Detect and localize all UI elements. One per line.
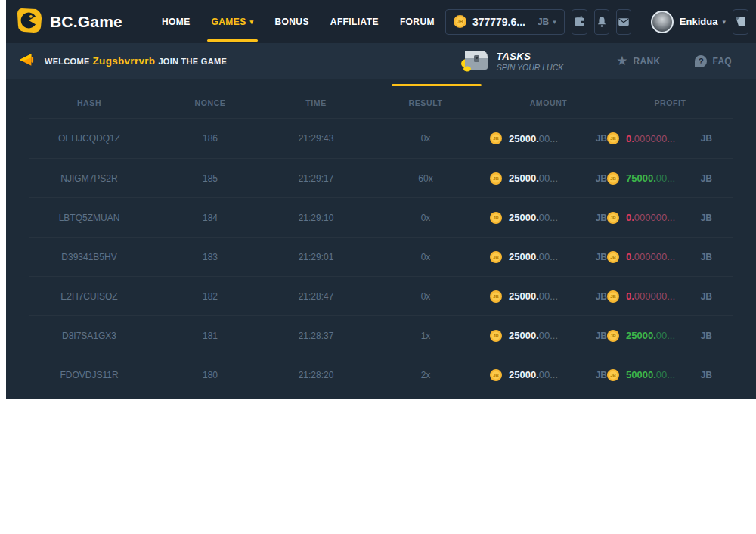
coin-icon: JB [490,251,502,263]
table-row[interactable]: NJIGM7PS2R 185 21:29:17 60x JB 25000.00.… [29,158,733,197]
bet-hash: D39341B5HV [29,252,150,262]
bet-time: 21:29:43 [271,133,361,144]
table-header: HASH NONCE TIME RESULT AMOUNT PROFIT [29,79,733,119]
question-mark-icon: ? [695,55,707,67]
profit-value: 50000.00... [626,369,675,380]
amount-value: 25000.00... [509,172,558,184]
bet-time: 21:28:20 [271,370,361,380]
nav-affiliate[interactable]: AFFILIATE [320,0,389,43]
bet-profit: JB 75000.00... JB [607,172,733,185]
bet-profit: JB 0.000000... JB [607,132,733,144]
bet-hash: FDOVDJS11R [29,370,150,380]
main-nav: HOME GAMES ▾ BONUS AFFILIATE FORUM [151,0,445,43]
tasks-widget[interactable]: TASKS SPIN YOUR LUCK [459,47,564,76]
user-menu[interactable]: Enkidua ▾ [651,11,726,33]
table-row[interactable]: FDOVDJS11R 180 21:28:20 2x JB 25000.00..… [29,355,733,394]
bet-nonce: 186 [150,133,271,144]
nav-bonus[interactable]: BONUS [264,0,319,43]
bet-amount: JB 25000.00... JB [490,212,607,224]
amount-value: 25000.00... [509,212,558,223]
svg-text:JB: JB [610,294,616,299]
bet-amount: JB 25000.00... JB [490,330,607,342]
bet-hash: D8I7SA1GX3 [29,331,150,341]
chat-icon [733,14,748,29]
chevron-down-icon: ▾ [250,18,254,26]
coin-icon: JB [607,212,619,224]
chat-button[interactable] [733,9,748,35]
bet-nonce: 180 [150,370,271,380]
table-row[interactable]: E2H7CUISOZ 182 21:28:47 0x JB 25000.00..… [29,276,733,315]
bet-time: 21:29:01 [271,252,361,262]
bet-nonce: 182 [150,291,271,302]
coin-icon: JB [607,290,619,303]
svg-text:JB: JB [493,216,499,220]
table-row[interactable]: OEHJCQDQ1Z 186 21:29:43 0x JB 25000.00..… [29,119,733,158]
col-hash: HASH [29,98,150,107]
profit-value: 0.000000... [626,133,675,144]
bet-amount: JB 25000.00... JB [490,369,607,381]
coin-icon: JB [607,132,619,144]
bet-profit: JB 0.000000... JB [607,212,733,224]
coin-icon: JB [607,172,619,185]
welcome-banner: WELCOMEZugsbvrrvrbJOIN THE GAME TASKS SP… [6,43,756,79]
bet-amount: JB 25000.00... JB [490,132,607,144]
amount-value: 25000.00... [509,330,558,341]
username: Enkidua [680,16,718,27]
svg-text:JB: JB [610,334,616,338]
bet-result: 2x [361,370,490,380]
bet-profit: JB 0.000000... JB [607,290,733,303]
coin-icon: JB [607,369,619,381]
nav-home[interactable]: HOME [151,0,201,43]
faq-link[interactable]: ? FAQ [695,55,732,67]
svg-text:JB: JB [493,294,499,299]
bet-hash: OEHJCQDQ1Z [29,133,150,144]
megaphone-icon [18,52,35,70]
welcome-username: Zugsbvrrvrb [93,55,156,67]
balance-selector[interactable]: JB 377779.6... JB ▾ [445,9,565,35]
svg-text:JB: JB [610,373,616,377]
wallet-button[interactable] [572,9,587,35]
bet-time: 21:28:47 [271,291,361,302]
table-row[interactable]: D39341B5HV 183 21:29:01 0x JB 25000.00..… [29,237,733,276]
col-time: TIME [271,98,361,107]
star-icon: ★ [616,53,627,69]
coin-icon: JB [490,330,502,342]
bet-result: 0x [361,213,490,223]
table-row[interactable]: LBTQ5ZMUAN 184 21:29:10 0x JB 25000.00..… [29,197,733,237]
coin-icon: JB [490,290,502,303]
bet-result: 60x [361,173,490,184]
bell-icon [595,15,609,29]
bcgame-logo[interactable]: BC.Game [17,8,122,36]
nav-games[interactable]: GAMES ▾ [201,0,265,43]
svg-text:JB: JB [610,216,616,220]
svg-text:JB: JB [493,334,499,338]
balance-amount: 377779.6... [472,16,525,28]
svg-text:JB: JB [493,176,499,181]
chevron-down-icon: ▾ [722,18,726,26]
notifications-button[interactable] [594,9,609,35]
treasure-chest-icon [459,47,491,76]
bet-nonce: 185 [150,173,271,184]
logo-text: BC.Game [50,13,122,31]
col-profit: PROFIT [607,98,733,107]
amount-currency: JB [596,370,607,380]
bet-nonce: 184 [150,213,271,223]
bet-nonce: 181 [150,331,271,341]
nav-forum[interactable]: FORUM [389,0,445,43]
bet-hash: LBTQ5ZMUAN [29,213,150,223]
bcgame-logo-icon [17,8,42,36]
app-window: BC.Game HOME GAMES ▾ BONUS AFFILIATE FOR… [6,0,756,399]
bet-profit: JB 0.000000... JB [607,251,733,263]
bet-time: 21:29:17 [271,173,361,184]
coin-icon: JB [607,330,619,342]
table-row[interactable]: D8I7SA1GX3 181 21:28:37 1x JB 25000.00..… [29,315,733,355]
amount-currency: JB [596,133,607,144]
svg-text:JB: JB [457,19,463,24]
profit-currency: JB [701,173,712,184]
amount-value: 25000.00... [509,133,558,144]
rank-link[interactable]: ★ RANK [616,53,660,69]
profit-value: 75000.00... [626,172,675,184]
profit-value: 0.000000... [626,290,675,302]
messages-button[interactable] [616,9,631,35]
coin-icon: JB [490,212,502,224]
